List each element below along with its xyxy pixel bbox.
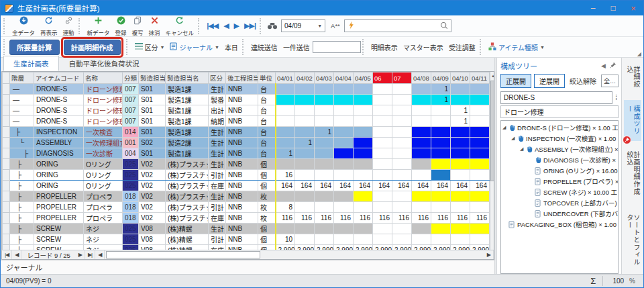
row-indicator[interactable] — [3, 213, 10, 224]
unit-cell[interactable]: 個 — [258, 245, 276, 250]
expand-reverse-button[interactable]: 逆展開 — [534, 74, 565, 88]
mfg-name-cell[interactable]: (株)精螺 — [166, 224, 209, 234]
date-cell-04/11[interactable]: 116 — [470, 213, 490, 224]
date-cell-04/03[interactable] — [315, 138, 334, 148]
date-cell-04/03[interactable] — [315, 116, 334, 127]
hierarchy-cell[interactable]: ├ — [10, 202, 34, 213]
date-cell-04/11[interactable] — [470, 191, 490, 202]
date-cell-04/03[interactable]: 2,990 — [315, 245, 334, 250]
date-cell-04/02[interactable]: 2,990 — [295, 245, 315, 250]
class-cell[interactable]: 007 — [123, 84, 139, 95]
hscroll-left-button[interactable]: ◀ — [95, 250, 105, 259]
date-column-header[interactable]: 04/11 — [470, 73, 490, 84]
date-cell-04/11[interactable] — [470, 105, 490, 116]
date-cell-06[interactable] — [373, 148, 392, 159]
date-cell-04/04[interactable] — [334, 170, 354, 181]
hierarchy-cell[interactable]: — — [10, 105, 34, 116]
date-cell-07[interactable] — [392, 95, 412, 105]
date-cell-04/01[interactable] — [276, 138, 295, 148]
kubun-cell[interactable]: 引計 — [209, 202, 226, 213]
item-name-cell[interactable]: ネジ — [84, 245, 123, 250]
mfg-name-cell[interactable]: 製造1課 — [166, 84, 209, 95]
item-name-cell[interactable]: 一次修理組立 — [84, 138, 123, 148]
send-count-input[interactable] — [313, 41, 361, 53]
all-data-button[interactable]: 全データ — [9, 16, 38, 36]
date-column-header[interactable]: 04/01 — [276, 73, 295, 84]
date-cell-04/05[interactable] — [354, 105, 373, 116]
date-cell-04/05[interactable] — [354, 234, 373, 245]
date-cell-04/10[interactable] — [451, 170, 470, 181]
mfg-code-cell[interactable]: S01 — [139, 105, 166, 116]
expand-arrow-icon[interactable]: ◢ — [520, 146, 526, 152]
date-cell-04/01[interactable] — [276, 105, 295, 116]
hierarchy-cell[interactable]: — — [10, 84, 34, 95]
nav-first-button[interactable]: |◀◀ — [204, 21, 221, 30]
kubun-cell[interactable]: 生計 — [209, 127, 226, 138]
date-column-header[interactable]: 04/05 — [354, 73, 373, 84]
unit-cell[interactable]: 枚 — [258, 202, 276, 213]
date-cell-04/01[interactable]: 164 — [276, 181, 295, 191]
date-cell-04/11[interactable] — [470, 224, 490, 234]
expand-forward-button[interactable]: 正展開 — [500, 74, 531, 88]
mfg-code-cell[interactable]: S01 — [139, 95, 166, 105]
date-cell-04/02[interactable] — [295, 170, 315, 181]
mfg-code-cell[interactable]: V08 — [139, 234, 166, 245]
mfg-code-cell[interactable]: V02 — [139, 213, 166, 224]
column-header[interactable]: 後工程担当 — [226, 73, 258, 84]
class-cell[interactable]: 007 — [123, 116, 139, 127]
hierarchy-cell[interactable]: ├ — [10, 148, 34, 159]
date-cell-04/05[interactable] — [354, 95, 373, 105]
unit-cell[interactable]: 台 — [258, 84, 276, 95]
date-cell-04/11[interactable] — [470, 148, 490, 159]
date-column-header[interactable]: 04/03 — [315, 73, 334, 84]
date-cell-04/01[interactable] — [276, 191, 295, 202]
hierarchy-cell[interactable]: ├ — [10, 213, 34, 224]
date-cell-04/08[interactable] — [412, 170, 431, 181]
item-code-cell[interactable]: ORING — [34, 181, 84, 191]
mfg-name-cell[interactable]: (株)プラスチック — [166, 159, 209, 170]
hierarchy-cell[interactable]: ├ — [10, 234, 34, 245]
mfg-code-cell[interactable]: S01 — [139, 116, 166, 127]
post-process-cell[interactable]: NNB — [226, 170, 258, 181]
send-single-button[interactable]: 一件送信 — [280, 42, 313, 52]
item-name-cell[interactable]: ネジ — [84, 224, 123, 234]
date-cell-04/03[interactable] — [315, 234, 334, 245]
date-cell-06[interactable] — [373, 84, 392, 95]
date-cell-04/09[interactable] — [431, 224, 451, 234]
item-name-cell[interactable]: プロペラ — [84, 191, 123, 202]
date-cell-04/03[interactable] — [315, 148, 334, 159]
row-indicator[interactable] — [3, 148, 10, 159]
date-cell-04/04[interactable]: 116 — [334, 213, 354, 224]
date-cell-04/02[interactable] — [295, 234, 315, 245]
tab-1[interactable]: 自動平準化後負荷状況 — [59, 56, 150, 71]
date-cell-04/04[interactable] — [334, 95, 354, 105]
vertical-scrollbar[interactable]: ▲ — [490, 72, 494, 250]
item-name-cell[interactable]: Oリング — [84, 181, 123, 191]
date-cell-04/02[interactable] — [295, 159, 315, 170]
date-cell-04/10[interactable] — [451, 148, 470, 159]
date-cell-04/08[interactable]: 164 — [412, 181, 431, 191]
hierarchy-cell[interactable]: └ — [10, 138, 34, 148]
item-name-cell[interactable]: Oリング — [84, 170, 123, 181]
detail-display-button[interactable]: 明細表示 — [368, 42, 400, 52]
date-cell-04/01[interactable] — [276, 224, 295, 234]
post-process-cell[interactable]: NNB — [226, 159, 258, 170]
date-cell-04/05[interactable] — [354, 127, 373, 138]
mfg-name-cell[interactable]: 製造1課 — [166, 127, 209, 138]
unit-cell[interactable]: 台 — [258, 95, 276, 105]
mfg-code-cell[interactable]: V08 — [139, 245, 166, 250]
class-cell[interactable]: 004 — [123, 148, 139, 159]
row-indicator[interactable] — [3, 138, 10, 148]
item-code-cell[interactable]: PROPELLER — [34, 191, 84, 202]
date-select[interactable]: 04/09 ▼ — [281, 19, 325, 32]
date-cell-04/11[interactable] — [470, 138, 490, 148]
quick-search[interactable] — [344, 19, 451, 32]
post-process-cell[interactable]: NNB — [226, 234, 258, 245]
unit-cell[interactable]: 台 — [258, 127, 276, 138]
date-cell-04/08[interactable] — [412, 95, 431, 105]
date-cell-04/04[interactable] — [334, 159, 354, 170]
zoom-value[interactable]: 100 — [603, 277, 629, 285]
date-cell-04/08[interactable] — [412, 202, 431, 213]
date-column-header[interactable]: 04/02 — [295, 73, 315, 84]
date-cell-04/02[interactable] — [295, 148, 315, 159]
